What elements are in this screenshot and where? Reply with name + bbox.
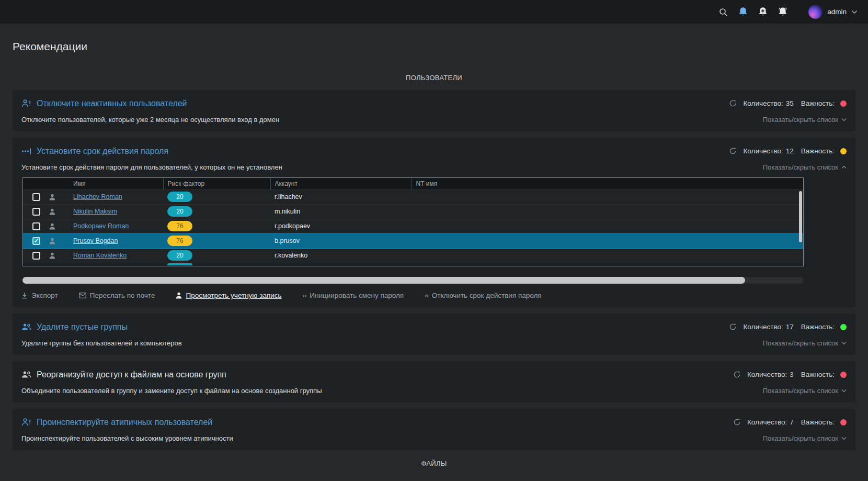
card-title-link[interactable]: Проинспектируйте атипичных пользователей [37, 418, 212, 427]
table-row[interactable]: Prusov Bogdan 76 b.prusov [23, 233, 803, 248]
toggle-list-link[interactable]: Показать/скрыть список [763, 387, 847, 395]
refresh-icon[interactable] [733, 371, 741, 378]
search-icon[interactable] [714, 3, 732, 21]
vertical-scrollbar[interactable] [799, 191, 802, 242]
user-icon [49, 223, 55, 230]
nt-cell [412, 204, 803, 219]
importance-label: Важность: [801, 418, 835, 426]
refresh-icon[interactable] [729, 323, 737, 331]
refresh-icon[interactable] [733, 418, 741, 426]
count-label: Количество: [743, 99, 783, 107]
card-description: Проинспектируйте пользователей с высоким… [21, 434, 233, 442]
toggle-list-link[interactable]: Показать/скрыть список [763, 163, 847, 171]
importance-label: Важность: [801, 323, 835, 331]
count-value: 17 [786, 323, 794, 331]
export-button[interactable]: Экспорт [21, 292, 58, 299]
row-checkbox[interactable] [32, 237, 40, 245]
table-header-row: Имя Риск-фактор Аккаунт NT-имя [23, 178, 803, 189]
user-name-link[interactable]: Lihachev Roman [73, 193, 122, 200]
refresh-icon[interactable] [729, 99, 737, 107]
chevron-up-icon [841, 165, 847, 169]
card-title-link[interactable]: Установите срок действия пароля [37, 147, 168, 156]
table-row[interactable]: Lihachev Roman 20 r.lihachev [23, 189, 803, 204]
card-description: Удалите группы без пользователей и компь… [21, 339, 182, 347]
count-value: 3 [790, 371, 794, 378]
count-value: 12 [786, 147, 794, 155]
table-row[interactable]: Roman Kovalenko 20 r.kovalenko [23, 248, 803, 263]
section-header-files: ФАЙЛЫ [13, 460, 855, 467]
card-description: Установите срок действия пароля для поль… [21, 163, 282, 171]
count-label: Количество: [747, 418, 787, 426]
nt-cell [412, 233, 803, 248]
users-table: Имя Риск-фактор Аккаунт NT-имя Lihachev … [22, 177, 804, 266]
risk-badge: 20 [167, 206, 192, 217]
column-header-account: Аккаунт [270, 178, 412, 189]
row-checkbox[interactable] [32, 222, 40, 230]
bell-plus-icon[interactable] [754, 3, 772, 21]
column-header-risk: Риск-фактор [163, 178, 270, 189]
toggle-list-link[interactable]: Показать/скрыть список [763, 434, 847, 442]
user-icon [49, 208, 55, 215]
chevron-down-icon [851, 10, 858, 14]
risk-badge: 20 [167, 250, 192, 261]
mail-icon [79, 293, 86, 298]
card-reorganize-file-access: Реорганизуйте доступ к файлам на основе … [13, 361, 855, 402]
card-title-link[interactable]: Отключите неактивных пользователей [37, 99, 187, 108]
importance-dot [840, 100, 847, 107]
importance-dot [840, 324, 847, 330]
nt-cell [412, 219, 803, 233]
init-password-change-button[interactable]: ‹› Инициировать смену пароля [303, 292, 404, 299]
view-account-button[interactable]: Просмотреть учетную запись [176, 292, 281, 299]
risk-badge: 76 [167, 236, 192, 246]
chevron-down-icon [841, 437, 847, 440]
avatar [808, 5, 823, 19]
user-icon [49, 238, 55, 244]
table-row[interactable]: Podkopaev Roman 76 r.podkopaev [23, 219, 803, 233]
importance-dot [840, 372, 847, 378]
table-row[interactable]: Nikulin Maksim 20 m.nikulin [23, 204, 803, 219]
topbar: admin [0, 0, 868, 24]
user-exclamation-icon [21, 418, 31, 427]
row-checkbox[interactable] [32, 193, 40, 201]
column-header-nt: NT-имя [412, 178, 803, 189]
nt-cell [412, 189, 803, 204]
account-cell: r.kovalenko [270, 248, 412, 263]
nt-cell [412, 248, 803, 263]
disable-password-expiry-button[interactable]: ‹› Отключить срок действия пароля [425, 292, 541, 299]
user-name-link[interactable]: Roman Kovalenko [73, 252, 127, 259]
user-icon [176, 292, 182, 299]
card-description: Отключите пользователей, которые уже 2 м… [21, 116, 279, 124]
toggle-list-link[interactable]: Показать/скрыть список [763, 116, 847, 124]
angle-brackets-icon: ‹› [303, 292, 306, 299]
card-delete-empty-groups: Удалите пустые группы Количество: 17 Важ… [13, 314, 855, 355]
refresh-icon[interactable] [729, 147, 737, 155]
risk-badge: 76 [167, 221, 192, 231]
section-header-users: ПОЛЬЗОВАТЕЛИ [13, 74, 855, 82]
importance-label: Важность: [801, 371, 835, 378]
risk-badge: 20 [167, 192, 192, 202]
count-label: Количество: [743, 147, 783, 155]
count-value: 7 [790, 418, 794, 426]
card-title-link[interactable]: Реорганизуйте доступ к файлам на основе … [37, 370, 226, 379]
account-cell: b.prusov [270, 233, 412, 248]
bell-ring-icon[interactable] [774, 3, 792, 21]
user-name-link[interactable]: Podkopaev Roman [73, 222, 129, 230]
page-title: Рекомендации [13, 40, 855, 53]
forward-email-button[interactable]: Переслать по почте [79, 292, 155, 299]
row-checkbox[interactable] [32, 208, 40, 216]
chevron-down-icon [841, 341, 847, 345]
horizontal-scrollbar[interactable] [22, 277, 745, 284]
user-name-link[interactable]: Nikulin Maksim [73, 208, 117, 215]
password-dots-icon [21, 147, 31, 155]
card-set-password-expiry: Установите срок действия пароля Количест… [13, 138, 855, 307]
bell-icon[interactable] [734, 3, 752, 21]
account-cell: r.lihachev [270, 189, 412, 204]
download-icon [21, 292, 28, 299]
user-menu[interactable]: admin [808, 5, 858, 19]
users-group-icon [21, 371, 31, 378]
importance-label: Важность: [801, 99, 835, 107]
user-name-link[interactable]: Prusov Bogdan [73, 237, 118, 244]
card-title-link[interactable]: Удалите пустые группы [37, 322, 128, 332]
toggle-list-link[interactable]: Показать/скрыть список [763, 339, 847, 347]
row-checkbox[interactable] [32, 252, 40, 260]
